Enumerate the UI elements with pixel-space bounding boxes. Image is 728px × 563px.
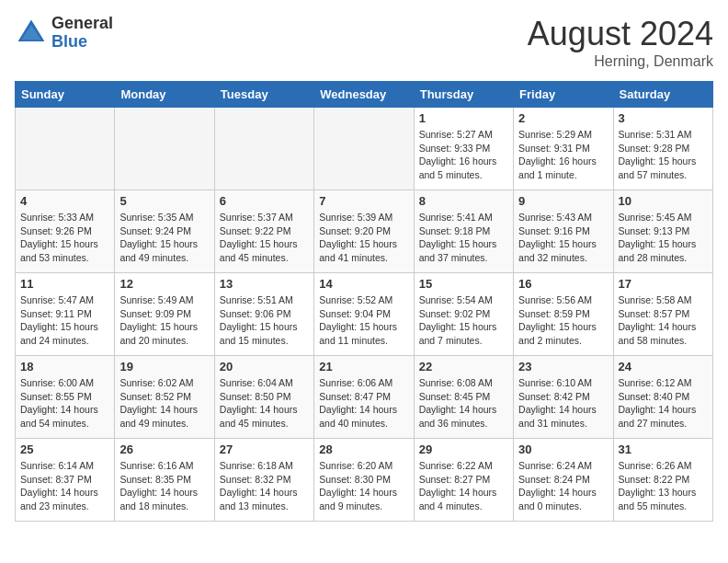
logo-blue: Blue — [51, 33, 113, 52]
calendar-cell: 15Sunrise: 5:54 AM Sunset: 9:02 PM Dayli… — [414, 273, 513, 356]
calendar-week-2: 4Sunrise: 5:33 AM Sunset: 9:26 PM Daylig… — [16, 190, 713, 273]
calendar-cell: 13Sunrise: 5:51 AM Sunset: 9:06 PM Dayli… — [214, 273, 313, 356]
location: Herning, Denmark — [528, 53, 713, 70]
day-number: 5 — [119, 194, 209, 208]
month-title: August 2024 — [528, 15, 713, 53]
day-number: 27 — [220, 442, 309, 456]
day-number: 1 — [419, 111, 508, 125]
day-info: Sunrise: 5:29 AM Sunset: 9:31 PM Dayligh… — [518, 128, 608, 182]
day-number: 20 — [220, 360, 309, 373]
calendar-cell: 2Sunrise: 5:29 AM Sunset: 9:31 PM Daylig… — [514, 108, 613, 190]
day-info: Sunrise: 5:58 AM Sunset: 8:57 PM Dayligh… — [619, 293, 708, 348]
calendar-header: SundayMondayTuesdayWednesdayThursdayFrid… — [16, 82, 713, 108]
day-number: 30 — [518, 442, 608, 456]
calendar-cell: 25Sunrise: 6:14 AM Sunset: 8:37 PM Dayli… — [16, 439, 115, 522]
calendar-cell: 19Sunrise: 6:02 AM Sunset: 8:52 PM Dayli… — [115, 356, 214, 439]
day-info: Sunrise: 5:45 AM Sunset: 9:13 PM Dayligh… — [619, 211, 708, 265]
calendar-cell: 24Sunrise: 6:12 AM Sunset: 8:40 PM Dayli… — [613, 356, 712, 439]
day-number: 16 — [518, 277, 608, 291]
logo: General Blue — [15, 15, 113, 52]
calendar-cell: 23Sunrise: 6:10 AM Sunset: 8:42 PM Dayli… — [514, 356, 613, 439]
day-info: Sunrise: 5:31 AM Sunset: 9:28 PM Dayligh… — [619, 128, 708, 182]
calendar-cell: 18Sunrise: 6:00 AM Sunset: 8:55 PM Dayli… — [16, 356, 115, 439]
day-number: 9 — [518, 194, 608, 208]
calendar-cell: 9Sunrise: 5:43 AM Sunset: 9:16 PM Daylig… — [514, 190, 613, 273]
calendar-week-3: 11Sunrise: 5:47 AM Sunset: 9:11 PM Dayli… — [16, 273, 713, 356]
calendar-cell: 22Sunrise: 6:08 AM Sunset: 8:45 PM Dayli… — [414, 356, 513, 439]
day-number: 14 — [319, 277, 408, 291]
day-number: 26 — [119, 442, 209, 456]
day-number: 11 — [20, 277, 109, 291]
logo-text: General Blue — [51, 15, 113, 52]
calendar-cell: 12Sunrise: 5:49 AM Sunset: 9:09 PM Dayli… — [115, 273, 214, 356]
day-number: 25 — [20, 442, 109, 456]
day-info: Sunrise: 5:49 AM Sunset: 9:09 PM Dayligh… — [119, 293, 209, 348]
day-info: Sunrise: 5:37 AM Sunset: 9:22 PM Dayligh… — [220, 211, 309, 265]
day-number: 10 — [619, 194, 708, 208]
day-info: Sunrise: 6:16 AM Sunset: 8:35 PM Dayligh… — [119, 459, 209, 513]
calendar-cell: 5Sunrise: 5:35 AM Sunset: 9:24 PM Daylig… — [115, 190, 214, 273]
day-info: Sunrise: 6:26 AM Sunset: 8:22 PM Dayligh… — [619, 459, 708, 513]
day-number: 17 — [619, 277, 708, 291]
calendar-cell: 14Sunrise: 5:52 AM Sunset: 9:04 PM Dayli… — [314, 273, 414, 356]
day-number: 2 — [518, 111, 608, 125]
day-number: 29 — [419, 442, 508, 456]
header-weekday-friday: Friday — [514, 82, 613, 108]
calendar-cell: 31Sunrise: 6:26 AM Sunset: 8:22 PM Dayli… — [613, 439, 712, 522]
calendar-cell: 26Sunrise: 6:16 AM Sunset: 8:35 PM Dayli… — [115, 439, 214, 522]
calendar-cell: 20Sunrise: 6:04 AM Sunset: 8:50 PM Dayli… — [214, 356, 313, 439]
day-number: 12 — [119, 277, 209, 291]
calendar-cell: 6Sunrise: 5:37 AM Sunset: 9:22 PM Daylig… — [214, 190, 313, 273]
day-number: 28 — [319, 442, 408, 456]
logo-icon — [15, 17, 48, 50]
header-weekday-tuesday: Tuesday — [214, 82, 313, 108]
calendar-cell: 11Sunrise: 5:47 AM Sunset: 9:11 PM Dayli… — [16, 273, 115, 356]
calendar-cell: 7Sunrise: 5:39 AM Sunset: 9:20 PM Daylig… — [314, 190, 414, 273]
calendar-cell: 10Sunrise: 5:45 AM Sunset: 9:13 PM Dayli… — [613, 190, 712, 273]
calendar-cell — [115, 108, 214, 190]
calendar-cell: 1Sunrise: 5:27 AM Sunset: 9:33 PM Daylig… — [414, 108, 513, 190]
calendar-cell: 17Sunrise: 5:58 AM Sunset: 8:57 PM Dayli… — [613, 273, 712, 356]
day-number: 6 — [220, 194, 309, 208]
calendar-cell: 16Sunrise: 5:56 AM Sunset: 8:59 PM Dayli… — [514, 273, 613, 356]
day-info: Sunrise: 5:41 AM Sunset: 9:18 PM Dayligh… — [419, 211, 508, 265]
day-info: Sunrise: 6:12 AM Sunset: 8:40 PM Dayligh… — [619, 376, 708, 431]
calendar-cell: 30Sunrise: 6:24 AM Sunset: 8:24 PM Dayli… — [514, 439, 613, 522]
day-number: 19 — [119, 360, 209, 373]
calendar-cell: 28Sunrise: 6:20 AM Sunset: 8:30 PM Dayli… — [314, 439, 414, 522]
day-info: Sunrise: 6:14 AM Sunset: 8:37 PM Dayligh… — [20, 459, 109, 513]
day-number: 18 — [20, 360, 109, 373]
day-number: 8 — [419, 194, 508, 208]
calendar-cell: 21Sunrise: 6:06 AM Sunset: 8:47 PM Dayli… — [314, 356, 414, 439]
calendar-cell: 8Sunrise: 5:41 AM Sunset: 9:18 PM Daylig… — [414, 190, 513, 273]
title-block: August 2024 Herning, Denmark — [528, 15, 713, 70]
day-info: Sunrise: 5:39 AM Sunset: 9:20 PM Dayligh… — [319, 211, 408, 265]
day-info: Sunrise: 6:08 AM Sunset: 8:45 PM Dayligh… — [419, 376, 508, 431]
calendar-cell: 4Sunrise: 5:33 AM Sunset: 9:26 PM Daylig… — [16, 190, 115, 273]
day-info: Sunrise: 5:43 AM Sunset: 9:16 PM Dayligh… — [518, 211, 608, 265]
day-info: Sunrise: 6:24 AM Sunset: 8:24 PM Dayligh… — [518, 459, 608, 513]
day-info: Sunrise: 6:20 AM Sunset: 8:30 PM Dayligh… — [319, 459, 408, 513]
day-number: 24 — [619, 360, 708, 373]
calendar-week-5: 25Sunrise: 6:14 AM Sunset: 8:37 PM Dayli… — [16, 439, 713, 522]
calendar-cell: 3Sunrise: 5:31 AM Sunset: 9:28 PM Daylig… — [613, 108, 712, 190]
calendar-cell — [16, 108, 115, 190]
header-weekday-thursday: Thursday — [414, 82, 513, 108]
day-info: Sunrise: 6:18 AM Sunset: 8:32 PM Dayligh… — [220, 459, 309, 513]
calendar-cell: 27Sunrise: 6:18 AM Sunset: 8:32 PM Dayli… — [214, 439, 313, 522]
day-number: 31 — [619, 442, 708, 456]
header-weekday-wednesday: Wednesday — [314, 82, 414, 108]
header-weekday-saturday: Saturday — [613, 82, 712, 108]
day-number: 22 — [419, 360, 508, 373]
header-weekday-monday: Monday — [115, 82, 214, 108]
day-info: Sunrise: 5:27 AM Sunset: 9:33 PM Dayligh… — [419, 128, 508, 182]
day-info: Sunrise: 5:56 AM Sunset: 8:59 PM Dayligh… — [518, 293, 608, 348]
day-info: Sunrise: 6:06 AM Sunset: 8:47 PM Dayligh… — [319, 376, 408, 431]
day-info: Sunrise: 5:52 AM Sunset: 9:04 PM Dayligh… — [319, 293, 408, 348]
calendar-week-1: 1Sunrise: 5:27 AM Sunset: 9:33 PM Daylig… — [16, 108, 713, 190]
header-weekday-sunday: Sunday — [16, 82, 115, 108]
day-number: 15 — [419, 277, 508, 291]
day-info: Sunrise: 5:35 AM Sunset: 9:24 PM Dayligh… — [119, 211, 209, 265]
calendar-cell: 29Sunrise: 6:22 AM Sunset: 8:27 PM Dayli… — [414, 439, 513, 522]
calendar-week-4: 18Sunrise: 6:00 AM Sunset: 8:55 PM Dayli… — [16, 356, 713, 439]
